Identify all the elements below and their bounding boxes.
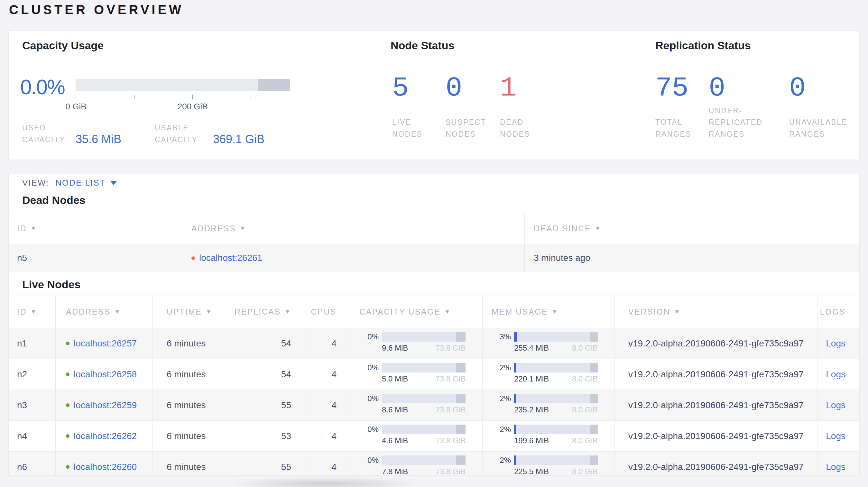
stat-label: DEAD NODES [500, 117, 542, 140]
address-link[interactable]: localhost:26259 [74, 400, 137, 411]
bar-reserved-segment [456, 332, 466, 342]
summary-stat: 5LIVE NODES [392, 76, 434, 140]
live-status-dot-icon [66, 342, 69, 345]
address-link[interactable]: localhost:26262 [74, 431, 137, 441]
uptime-cell: 6 minutes [153, 421, 225, 451]
mem-total-value: 8.0 GiB [572, 467, 598, 476]
mem-total-value: 8.0 GiB [572, 436, 598, 445]
logs-link[interactable]: Logs [826, 462, 845, 472]
view-selected-value: NODE LIST [55, 178, 105, 188]
live-nodes-table: ID▼ADDRESS▼UPTIME▼REPLICAS▼CPUSCAPACITY … [9, 296, 860, 476]
column-header-logs: LOGS [817, 296, 860, 328]
address-link[interactable]: localhost:26260 [74, 462, 137, 472]
column-header-dead-since[interactable]: DEAD SINCE▼ [525, 213, 860, 244]
column-header-address[interactable]: ADDRESS▼ [56, 296, 153, 328]
cpus-cell: 4 [306, 421, 350, 451]
capacity-usage-bar [382, 455, 466, 465]
column-header-label: ADDRESS [66, 307, 110, 317]
column-header-label: ID [17, 224, 27, 233]
column-header-id[interactable]: ID▼ [9, 296, 56, 328]
version-cell: v19.2.0-alpha.20190606-2491-gfe735c9a97 [615, 452, 817, 476]
column-header-label: LOGS [820, 307, 845, 317]
cpus-cell: 4 [306, 452, 350, 476]
column-header-label: VERSION [628, 307, 670, 317]
node-id-cell: n4 [9, 421, 56, 451]
address-link[interactable]: localhost:26257 [74, 338, 137, 349]
capacity-percent: 0.0% [20, 75, 65, 99]
stat-value: 0 [445, 76, 494, 101]
sort-arrow-icon: ▼ [31, 309, 37, 315]
bar-reserved-segment [456, 394, 466, 403]
window-shadow [225, 477, 425, 487]
logs-link[interactable]: Logs [826, 400, 845, 411]
mem-used-value: 220.1 MiB [514, 375, 549, 383]
table-row: n6localhost:262606 minutes5540%7.8 MiB73… [9, 452, 860, 476]
capacity-usage-cell: 0%7.8 MiB73.8 GiB [350, 452, 483, 476]
capacity-usage-cell: 0%9.6 MiB73.8 GiB [350, 328, 483, 359]
replicas-cell: 55 [225, 452, 306, 476]
stat-label: SUSPECT NODES [445, 117, 494, 140]
column-header-label: CAPACITY USAGE [359, 307, 440, 317]
column-header-version[interactable]: VERSION▼ [615, 296, 817, 328]
summary-stat: 75TOTAL RANGES [655, 76, 701, 140]
cpus-cell: 4 [306, 359, 350, 390]
column-header-address[interactable]: ADDRESS▼ [183, 213, 525, 244]
uptime-cell: 6 minutes [153, 390, 225, 420]
axis-tick [75, 95, 76, 99]
version-cell: v19.2.0-alpha.20190606-2491-gfe735c9a97 [615, 390, 817, 420]
logs-cell: Logs [817, 359, 860, 390]
column-header-uptime[interactable]: UPTIME▼ [153, 296, 225, 328]
address-cell: localhost:26259 [56, 390, 153, 420]
summary-stat: 0SUSPECT NODES [445, 76, 494, 140]
capacity-bar-cell: 0%5.0 MiB73.8 GiB [359, 359, 482, 383]
live-status-dot-icon [66, 403, 69, 407]
view-bar: VIEW: NODE LIST [8, 174, 860, 192]
capacity-used-value: 4.6 MiB [382, 436, 408, 445]
dead-since-cell: 3 minutes ago [525, 244, 860, 272]
dead-nodes-title: Dead Nodes [22, 194, 86, 206]
logs-link[interactable]: Logs [826, 369, 845, 380]
column-header-label: MEM USAGE [492, 307, 548, 317]
logs-link[interactable]: Logs [826, 431, 845, 441]
address-link[interactable]: localhost:26261 [199, 253, 262, 263]
bar-reserved-segment [590, 455, 598, 465]
axis-tick [251, 95, 251, 99]
sort-arrow-icon: ▼ [31, 225, 37, 232]
mem-usage-bar [514, 332, 598, 342]
bar-reserved-segment [590, 394, 598, 403]
column-header-id[interactable]: ID▼ [9, 213, 183, 244]
sort-arrow-icon: ▼ [674, 309, 680, 315]
capacity-percent-label: 0% [359, 363, 379, 372]
bar-reserved-segment [590, 332, 598, 342]
address-cell: localhost:26258 [56, 359, 153, 390]
capacity-usage-bar [382, 425, 466, 434]
live-nodes-title: Live Nodes [22, 278, 81, 291]
stat-value: 35.6 MiB [75, 133, 121, 146]
column-header-capacity-usage[interactable]: CAPACITY USAGE▼ [350, 296, 483, 328]
capacity-percent-label: 0% [359, 456, 379, 465]
logs-link[interactable]: Logs [826, 338, 845, 349]
capacity-used-value: 5.0 MiB [382, 375, 408, 383]
capacity-used-value: 9.6 MiB [382, 344, 408, 353]
cluster-overview-page: CLUSTER OVERVIEW Capacity Usage 0.0% 0 G… [0, 0, 868, 487]
column-header-label: REPLICAS [235, 307, 281, 317]
address-cell: localhost:26260 [56, 452, 153, 476]
bar-reserved-segment [590, 363, 598, 372]
mem-percent-label: 2% [492, 425, 511, 434]
bar-reserved-segment [456, 455, 466, 465]
bar-used-segment [514, 363, 516, 372]
capacity-percent-label: 0% [359, 394, 379, 403]
bar-used-segment [514, 425, 516, 434]
column-header-replicas[interactable]: REPLICAS▼ [225, 296, 306, 328]
sort-arrow-icon: ▼ [595, 225, 601, 232]
column-header-mem-usage[interactable]: MEM USAGE▼ [483, 296, 615, 328]
view-selector-dropdown[interactable]: NODE LIST [55, 178, 117, 188]
stat-label: UNAVAILABLE RANGES [789, 117, 858, 140]
mem-usage-bar [514, 394, 598, 403]
capacity-total-value: 73.8 GiB [436, 467, 466, 476]
node-id-cell: n3 [9, 390, 56, 420]
capacity-bar-cell: 0%7.8 MiB73.8 GiB [359, 452, 482, 476]
table-row: n4localhost:262626 minutes5340%4.6 MiB73… [9, 421, 860, 452]
capacity-percent-label: 0% [359, 332, 379, 341]
address-link[interactable]: localhost:26258 [74, 369, 137, 380]
